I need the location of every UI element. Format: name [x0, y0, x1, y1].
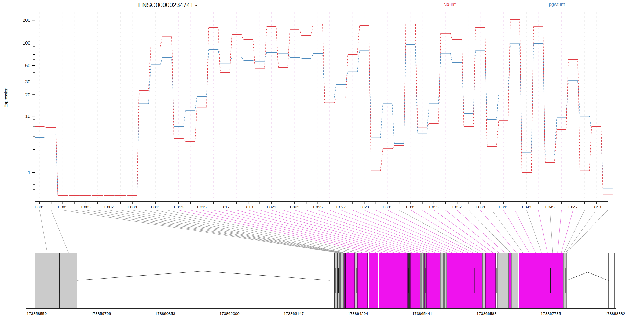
exon-box-magenta: [447, 253, 482, 308]
series-No-inf-connector: [207, 28, 209, 107]
series-No-inf-connector: [183, 138, 185, 142]
series-pgwt-inf-connector: [392, 104, 394, 144]
fan-line: [318, 210, 441, 253]
series-pgwt-inf-connector: [346, 72, 348, 84]
exon-box-gray: [444, 253, 446, 308]
series-pgwt-inf-connector: [485, 50, 487, 119]
exon-box-magenta: [369, 253, 378, 308]
series-No-inf-connector: [299, 30, 302, 35]
genomic-coordinate-label: 173865441: [412, 311, 432, 316]
exon-bin-label: E005: [81, 205, 90, 209]
fan-line: [109, 210, 341, 253]
series-No-inf-connector: [56, 127, 58, 195]
intron-line: [77, 271, 330, 280]
fan-line: [550, 210, 553, 253]
series-pgwt-inf-connector: [415, 45, 418, 133]
series-No-inf-connector: [404, 24, 406, 146]
y-axis-tick-label: 20: [25, 92, 30, 97]
series-No-inf-connector: [44, 127, 46, 127]
series-No-inf-connector: [253, 40, 255, 68]
fan-line: [121, 210, 342, 253]
expression-step-chart: 110203050100200E001E003E005E007E009E011E…: [0, 0, 644, 322]
series-pgwt-inf-connector: [462, 63, 464, 114]
exon-bin-label: E021: [267, 205, 276, 209]
exon-bin-label: E031: [383, 205, 392, 209]
series-No-inf-connector: [497, 120, 499, 147]
genomic-coordinate-label: 173866588: [476, 311, 496, 316]
fan-line: [469, 210, 510, 253]
exon-bin-label: E007: [104, 205, 114, 209]
fan-line: [399, 210, 478, 253]
fan-line: [434, 210, 493, 253]
exon-box-gray: [441, 253, 444, 308]
exon-bin-label: E043: [522, 205, 531, 209]
exon-bin-label: E003: [58, 205, 67, 209]
exon-bin-label: E047: [568, 205, 578, 209]
series-pgwt-inf-connector: [44, 134, 46, 137]
series-pgwt-inf-connector: [241, 57, 244, 61]
exon-bin-label: E017: [220, 205, 230, 209]
exon-bin-label: E035: [429, 205, 438, 209]
genomic-coordinate-label: 173860853: [155, 311, 175, 316]
series-No-inf-connector: [566, 60, 568, 129]
series-No-inf-connector: [473, 28, 475, 127]
series-No-inf-connector: [195, 107, 197, 142]
series-No-inf-connector: [311, 24, 313, 35]
fan-line: [376, 210, 468, 253]
fan-line: [457, 210, 504, 253]
series-No-inf-connector: [392, 146, 394, 149]
exon-box-gray: [35, 253, 60, 308]
exon-bin-label: E011: [151, 205, 160, 209]
series-No-inf-connector: [241, 34, 244, 40]
fan-line: [248, 210, 406, 253]
legend-label-no-inf: No-inf: [429, 2, 470, 7]
exon-bin-label: E037: [452, 205, 462, 209]
y-axis-tick-label: 100: [23, 41, 30, 46]
series-pgwt-inf-connector: [450, 53, 452, 62]
fan-line: [558, 210, 561, 253]
series-No-inf-connector: [334, 98, 336, 103]
series-No-inf-connector: [357, 25, 360, 54]
exon-bin-label: E025: [313, 205, 323, 209]
fan-line: [445, 210, 499, 253]
legend-label-pgwt-inf: pgwt-inf: [537, 2, 577, 7]
series-No-inf-connector: [276, 27, 278, 68]
series-pgwt-inf-connector: [323, 54, 325, 98]
fan-line: [283, 210, 423, 253]
series-No-inf-connector: [323, 24, 325, 103]
y-axis-label: Expression: [3, 83, 8, 112]
genomic-coordinate-label: 173864294: [348, 311, 368, 316]
y-axis-tick-label: 50: [25, 63, 30, 68]
exon-bin-label: E013: [174, 205, 183, 209]
series-No-inf-connector: [149, 47, 151, 90]
exon-bin-label: E019: [244, 205, 253, 209]
exon-box-gray: [340, 253, 343, 308]
fan-line: [330, 210, 447, 253]
exon-box-magenta: [410, 253, 420, 308]
genomic-coordinate-label: 173858559: [27, 311, 47, 316]
series-pgwt-inf-connector: [334, 84, 336, 98]
genomic-coordinate-label: 173868882: [605, 311, 625, 316]
series-No-inf-connector: [450, 33, 452, 40]
exon-bin-label: E029: [360, 205, 369, 209]
series-No-inf-connector: [369, 25, 371, 171]
series-pgwt-inf-connector: [311, 54, 313, 58]
exon-bin-label: E041: [499, 205, 508, 209]
fan-line: [51, 210, 68, 253]
exon-box-magenta: [379, 253, 408, 308]
series-pgwt-inf-connector: [357, 50, 360, 72]
exon-box-magenta: [509, 253, 511, 308]
intron-line: [567, 272, 609, 281]
fan-line: [480, 210, 516, 253]
exon-bin-label: E049: [592, 205, 601, 209]
fan-line: [527, 210, 541, 253]
genomic-coordinate-label: 173862000: [219, 311, 239, 316]
fan-line: [63, 210, 336, 253]
exon-bin-label: E033: [406, 205, 415, 209]
series-No-inf-connector: [485, 28, 487, 147]
exon-bin-label: E027: [336, 205, 346, 209]
series-pgwt-inf-connector: [438, 53, 441, 104]
series-pgwt-inf-connector: [473, 50, 475, 113]
exon-box-magenta: [519, 253, 564, 308]
series-pgwt-inf-connector: [288, 53, 290, 57]
